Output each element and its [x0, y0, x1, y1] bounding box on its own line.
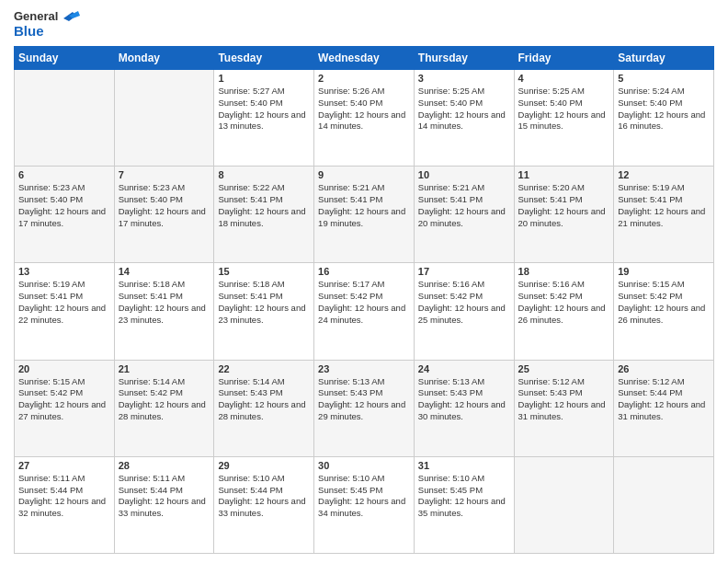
- day-number: 4: [518, 73, 610, 84]
- day-info: Sunrise: 5:14 AM Sunset: 5:42 PM Dayligh…: [119, 376, 210, 423]
- weekday-wednesday: Wednesday: [314, 47, 415, 70]
- day-info: Sunrise: 5:12 AM Sunset: 5:44 PM Dayligh…: [618, 376, 710, 423]
- day-info: Sunrise: 5:13 AM Sunset: 5:43 PM Dayligh…: [418, 376, 510, 423]
- day-number: 26: [618, 363, 710, 374]
- logo-blue: Blue: [14, 23, 58, 39]
- day-cell: 25Sunrise: 5:12 AM Sunset: 5:43 PM Dayli…: [514, 360, 614, 456]
- day-number: 19: [618, 266, 710, 277]
- day-cell: [15, 70, 115, 167]
- day-number: 27: [18, 460, 110, 471]
- day-info: Sunrise: 5:26 AM Sunset: 5:40 PM Dayligh…: [318, 86, 410, 132]
- day-cell: [114, 70, 214, 167]
- day-number: 29: [218, 460, 310, 471]
- logo-general: General: [14, 9, 58, 23]
- day-cell: 18Sunrise: 5:16 AM Sunset: 5:42 PM Dayli…: [514, 263, 614, 360]
- day-info: Sunrise: 5:16 AM Sunset: 5:42 PM Dayligh…: [518, 279, 610, 326]
- day-info: Sunrise: 5:12 AM Sunset: 5:43 PM Dayligh…: [518, 376, 610, 423]
- header: General Blue: [14, 9, 714, 39]
- day-number: 15: [218, 266, 310, 277]
- logo-bird-icon: [60, 8, 80, 32]
- page: General Blue SundayMondayTuesdayWednesda…: [0, 0, 728, 563]
- logo-wrapper: General Blue: [14, 9, 80, 39]
- day-number: 22: [218, 363, 310, 374]
- day-info: Sunrise: 5:20 AM Sunset: 5:41 PM Dayligh…: [518, 182, 610, 229]
- day-cell: 2Sunrise: 5:26 AM Sunset: 5:40 PM Daylig…: [314, 70, 415, 167]
- day-info: Sunrise: 5:18 AM Sunset: 5:41 PM Dayligh…: [119, 279, 210, 326]
- week-row-2: 6Sunrise: 5:23 AM Sunset: 5:40 PM Daylig…: [15, 167, 714, 263]
- weekday-thursday: Thursday: [414, 47, 514, 70]
- day-number: 18: [518, 266, 610, 277]
- weekday-header-row: SundayMondayTuesdayWednesdayThursdayFrid…: [15, 47, 714, 70]
- day-info: Sunrise: 5:19 AM Sunset: 5:41 PM Dayligh…: [618, 182, 710, 229]
- day-cell: 15Sunrise: 5:18 AM Sunset: 5:41 PM Dayli…: [214, 263, 314, 360]
- day-info: Sunrise: 5:22 AM Sunset: 5:41 PM Dayligh…: [218, 182, 310, 229]
- day-cell: 24Sunrise: 5:13 AM Sunset: 5:43 PM Dayli…: [414, 360, 514, 456]
- day-cell: 16Sunrise: 5:17 AM Sunset: 5:42 PM Dayli…: [314, 263, 415, 360]
- day-number: 23: [318, 363, 410, 374]
- day-cell: 5Sunrise: 5:24 AM Sunset: 5:40 PM Daylig…: [614, 70, 714, 167]
- day-cell: 14Sunrise: 5:18 AM Sunset: 5:41 PM Dayli…: [114, 263, 214, 360]
- day-info: Sunrise: 5:10 AM Sunset: 5:44 PM Dayligh…: [218, 473, 310, 520]
- day-number: 14: [119, 266, 210, 277]
- day-number: 28: [119, 460, 210, 471]
- day-info: Sunrise: 5:10 AM Sunset: 5:45 PM Dayligh…: [318, 473, 410, 520]
- day-number: 17: [418, 266, 510, 277]
- weekday-monday: Monday: [114, 47, 214, 70]
- day-cell: [514, 456, 614, 553]
- day-number: 16: [318, 266, 410, 277]
- day-cell: 7Sunrise: 5:23 AM Sunset: 5:40 PM Daylig…: [114, 167, 214, 263]
- day-cell: 9Sunrise: 5:21 AM Sunset: 5:41 PM Daylig…: [314, 167, 415, 263]
- day-number: 9: [318, 169, 410, 180]
- day-info: Sunrise: 5:25 AM Sunset: 5:40 PM Dayligh…: [418, 86, 510, 132]
- day-info: Sunrise: 5:21 AM Sunset: 5:41 PM Dayligh…: [318, 182, 410, 229]
- day-cell: 1Sunrise: 5:27 AM Sunset: 5:40 PM Daylig…: [214, 70, 314, 167]
- day-cell: 4Sunrise: 5:25 AM Sunset: 5:40 PM Daylig…: [514, 70, 614, 167]
- weekday-saturday: Saturday: [614, 47, 714, 70]
- week-row-3: 13Sunrise: 5:19 AM Sunset: 5:41 PM Dayli…: [15, 263, 714, 360]
- day-info: Sunrise: 5:23 AM Sunset: 5:40 PM Dayligh…: [119, 182, 210, 229]
- day-info: Sunrise: 5:15 AM Sunset: 5:42 PM Dayligh…: [18, 376, 110, 423]
- day-number: 6: [18, 169, 110, 180]
- day-info: Sunrise: 5:18 AM Sunset: 5:41 PM Dayligh…: [218, 279, 310, 326]
- day-info: Sunrise: 5:17 AM Sunset: 5:42 PM Dayligh…: [318, 279, 410, 326]
- day-cell: 23Sunrise: 5:13 AM Sunset: 5:43 PM Dayli…: [314, 360, 415, 456]
- day-info: Sunrise: 5:21 AM Sunset: 5:41 PM Dayligh…: [418, 182, 510, 229]
- day-cell: [614, 456, 714, 553]
- day-number: 8: [218, 169, 310, 180]
- day-number: 13: [18, 266, 110, 277]
- day-cell: 12Sunrise: 5:19 AM Sunset: 5:41 PM Dayli…: [614, 167, 714, 263]
- day-info: Sunrise: 5:10 AM Sunset: 5:45 PM Dayligh…: [418, 473, 510, 520]
- day-cell: 8Sunrise: 5:22 AM Sunset: 5:41 PM Daylig…: [214, 167, 314, 263]
- day-cell: 21Sunrise: 5:14 AM Sunset: 5:42 PM Dayli…: [114, 360, 214, 456]
- day-number: 25: [518, 363, 610, 374]
- day-cell: 22Sunrise: 5:14 AM Sunset: 5:43 PM Dayli…: [214, 360, 314, 456]
- day-cell: 19Sunrise: 5:15 AM Sunset: 5:42 PM Dayli…: [614, 263, 714, 360]
- day-cell: 10Sunrise: 5:21 AM Sunset: 5:41 PM Dayli…: [414, 167, 514, 263]
- day-number: 31: [418, 460, 510, 471]
- day-info: Sunrise: 5:14 AM Sunset: 5:43 PM Dayligh…: [218, 376, 310, 423]
- day-info: Sunrise: 5:11 AM Sunset: 5:44 PM Dayligh…: [119, 473, 210, 520]
- day-info: Sunrise: 5:25 AM Sunset: 5:40 PM Dayligh…: [518, 86, 610, 132]
- week-row-5: 27Sunrise: 5:11 AM Sunset: 5:44 PM Dayli…: [15, 456, 714, 553]
- day-number: 1: [218, 73, 310, 84]
- day-cell: 6Sunrise: 5:23 AM Sunset: 5:40 PM Daylig…: [15, 167, 115, 263]
- day-number: 11: [518, 169, 610, 180]
- day-cell: 27Sunrise: 5:11 AM Sunset: 5:44 PM Dayli…: [15, 456, 115, 553]
- day-info: Sunrise: 5:15 AM Sunset: 5:42 PM Dayligh…: [618, 279, 710, 326]
- logo-text-block: General Blue: [14, 9, 58, 39]
- week-row-1: 1Sunrise: 5:27 AM Sunset: 5:40 PM Daylig…: [15, 70, 714, 167]
- day-info: Sunrise: 5:19 AM Sunset: 5:41 PM Dayligh…: [18, 279, 110, 326]
- week-row-4: 20Sunrise: 5:15 AM Sunset: 5:42 PM Dayli…: [15, 360, 714, 456]
- day-number: 5: [618, 73, 710, 84]
- day-cell: 31Sunrise: 5:10 AM Sunset: 5:45 PM Dayli…: [414, 456, 514, 553]
- day-number: 21: [119, 363, 210, 374]
- day-cell: 29Sunrise: 5:10 AM Sunset: 5:44 PM Dayli…: [214, 456, 314, 553]
- day-cell: 30Sunrise: 5:10 AM Sunset: 5:45 PM Dayli…: [314, 456, 415, 553]
- day-cell: 13Sunrise: 5:19 AM Sunset: 5:41 PM Dayli…: [15, 263, 115, 360]
- day-cell: 28Sunrise: 5:11 AM Sunset: 5:44 PM Dayli…: [114, 456, 214, 553]
- day-number: 12: [618, 169, 710, 180]
- day-info: Sunrise: 5:11 AM Sunset: 5:44 PM Dayligh…: [18, 473, 110, 520]
- weekday-friday: Friday: [514, 47, 614, 70]
- logo: General Blue: [14, 9, 80, 39]
- day-info: Sunrise: 5:13 AM Sunset: 5:43 PM Dayligh…: [318, 376, 410, 423]
